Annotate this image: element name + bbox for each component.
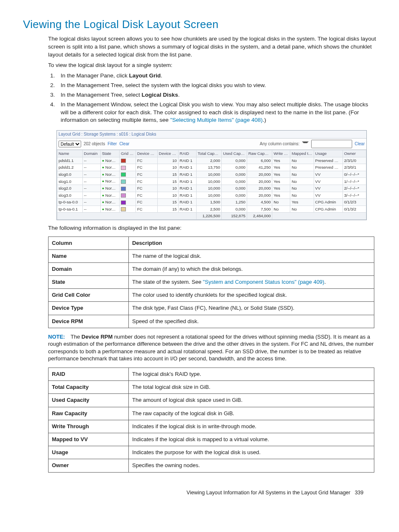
grid-header[interactable]: Mapped to VV bbox=[290, 150, 314, 157]
filter-input[interactable] bbox=[311, 140, 352, 148]
desc-col-name: Mapped to VV bbox=[49, 433, 129, 446]
grid-header[interactable]: Name bbox=[57, 150, 83, 157]
grid-header[interactable]: Device Type bbox=[136, 150, 157, 157]
step-1: In the Manager Pane, click Layout Grid. bbox=[56, 72, 376, 80]
desc-col-desc: The logical disk's RAID type. bbox=[129, 368, 374, 381]
state-desc-post: . bbox=[324, 279, 326, 285]
step-1-bold: Layout Grid bbox=[129, 72, 161, 79]
totals-total: 1,226,500 bbox=[196, 213, 222, 219]
table-row[interactable]: pdsld1.1--● NormalFC10RAID 12,0000,0006,… bbox=[57, 157, 366, 164]
breadcrumb: Layout Grid : Storage Systems : s016 : L… bbox=[57, 131, 366, 139]
desc-col-name: Grid Cell Color bbox=[49, 289, 129, 302]
any-column-label: Any column contains: bbox=[260, 141, 299, 147]
grid-header[interactable]: Used Capacity (GiB) bbox=[222, 150, 247, 157]
desc-col-name: Write Through bbox=[49, 420, 129, 433]
desc-col-name: Owner bbox=[49, 459, 129, 472]
desc-col-name: Raw Capacity bbox=[49, 407, 129, 420]
state-desc-pre: The state of the system. See bbox=[132, 279, 203, 285]
table-row[interactable]: slog1.0--● NormalFC15RAID 110,0000,00020… bbox=[57, 178, 366, 185]
totals-used: 152,875 bbox=[222, 213, 247, 219]
dropdown-icon[interactable] bbox=[302, 141, 309, 148]
desc-col-desc: Indicates if the logical disk is mapped … bbox=[129, 433, 374, 446]
note-block: NOTE: The Device RPM number does not rep… bbox=[48, 333, 374, 362]
desc-col-desc: Speed of the specified disk. bbox=[129, 315, 374, 328]
desc-col-name: Device RPM bbox=[49, 315, 129, 328]
step-4: In the Management Window, select the Log… bbox=[56, 101, 376, 125]
step-1-text: In the Manager Pane, click bbox=[61, 72, 129, 79]
desc-col-desc: Indicates the purpose for with the logic… bbox=[129, 446, 374, 459]
grid-header[interactable]: Raw Capacity (GiB) bbox=[247, 150, 272, 157]
step-3: In the Management Tree, select Logical D… bbox=[56, 91, 376, 99]
table-row[interactable]: pdsld1.2--● NormalFC10RAID 113,7500,0004… bbox=[57, 164, 366, 171]
note-bold: Device RPM bbox=[82, 334, 113, 340]
clear-link[interactable]: Clear bbox=[119, 141, 129, 147]
step-2: In the Management Tree, select the syste… bbox=[56, 82, 376, 90]
grid-header[interactable]: Grid Cell Color bbox=[120, 150, 136, 157]
footer-text: Viewing Layout Information for All Syste… bbox=[187, 490, 350, 496]
note-pre: The bbox=[71, 334, 82, 340]
listpane-intro: The following information is displayed i… bbox=[48, 224, 376, 232]
desc-col-desc: The color used to identify chunklets for… bbox=[129, 289, 374, 302]
desc-col-name: Device Type bbox=[49, 302, 129, 315]
desc-col-desc: Specifies the owning nodes. bbox=[129, 459, 374, 472]
column-description-table-2: RAIDThe logical disk's RAID type. Total … bbox=[48, 368, 374, 473]
grid-header[interactable]: Total Capacity (GiB) bbox=[196, 150, 222, 157]
desc-col-desc: The domain (if any) to which the disk be… bbox=[129, 262, 374, 275]
page-title: Viewing the Logical Disk Layout Screen bbox=[23, 17, 376, 32]
grid-header[interactable]: Domain bbox=[82, 150, 100, 157]
desc-col-desc: The raw capacity of the logical disk in … bbox=[129, 407, 374, 420]
view-dropdown[interactable]: Default bbox=[59, 141, 81, 147]
intro-paragraph: The logical disks layout screen allows y… bbox=[48, 35, 376, 59]
clear-link-2[interactable]: Clear bbox=[355, 141, 365, 147]
grid-header[interactable]: Owner bbox=[343, 150, 366, 157]
step-3-bold: Logical Disks bbox=[142, 92, 178, 98]
desc-col-desc: The state of the system. See "System and… bbox=[129, 276, 374, 289]
step-1-tail: . bbox=[161, 72, 162, 79]
state-desc-link[interactable]: "System and Component Status Icons" (pag… bbox=[203, 279, 324, 285]
column-description-table-1: Column Description NameThe name of the l… bbox=[48, 236, 374, 328]
desc-col-name: Total Capacity bbox=[49, 381, 129, 394]
grid-header[interactable]: RAID bbox=[178, 150, 196, 157]
step-4-tail: .) bbox=[263, 117, 266, 123]
note-label: NOTE: bbox=[48, 334, 65, 340]
step-4-link[interactable]: "Selecting Multiple Items" (page 408) bbox=[170, 117, 263, 123]
desc-col-name: Domain bbox=[49, 262, 129, 275]
desc-col-name: Name bbox=[49, 249, 129, 262]
filter-link[interactable]: Filter bbox=[107, 141, 117, 147]
grid-header[interactable]: Write Through bbox=[272, 150, 290, 157]
footer-page: 339 bbox=[355, 490, 363, 496]
table-row[interactable]: slog0.0--● NormalFC15RAID 110,0000,00020… bbox=[57, 171, 366, 178]
table-row[interactable]: tp-0-sa-0.0--● NormalFC15RAID 11,5001,25… bbox=[57, 199, 366, 206]
table-row[interactable]: slog3.0--● NormalFC10RAID 110,0000,00020… bbox=[57, 192, 366, 199]
grid-totals-row: 1,226,500 152,875 2,484,000 bbox=[57, 213, 366, 219]
totals-raw: 2,484,000 bbox=[247, 213, 272, 219]
desc-col-name: State bbox=[49, 276, 129, 289]
grid-header-row: Name Domain State Grid Cell Color Device… bbox=[57, 150, 366, 157]
desc-col-name: RAID bbox=[49, 368, 129, 381]
desc-col-desc: The disk type, Fast Class (FC), Nearline… bbox=[129, 302, 374, 315]
desc-header-col: Column bbox=[49, 236, 129, 249]
page-footer: Viewing Layout Information for All Syste… bbox=[23, 489, 363, 497]
app-screenshot: Layout Grid : Storage Systems : s016 : L… bbox=[56, 130, 367, 220]
steps-list: In the Manager Pane, click Layout Grid. … bbox=[48, 72, 376, 124]
grid-header[interactable]: Usage bbox=[314, 150, 343, 157]
desc-header-desc: Description bbox=[129, 236, 374, 249]
desc-col-desc: The name of the logical disk. bbox=[129, 249, 374, 262]
desc-col-desc: Indicates if the logical disk is in writ… bbox=[129, 420, 374, 433]
desc-col-desc: The amount of logical disk space used in… bbox=[129, 394, 374, 407]
logical-disks-grid[interactable]: Name Domain State Grid Cell Color Device… bbox=[57, 150, 366, 219]
table-row[interactable]: tp-0-sa-0.1--● NormalFC15RAID 12,5000,00… bbox=[57, 206, 366, 213]
grid-header[interactable]: State bbox=[100, 150, 119, 157]
object-count: 202 objects bbox=[84, 141, 105, 147]
to-view-line: To view the logical disk layout for a si… bbox=[48, 62, 376, 69]
step-3-tail: . bbox=[178, 92, 180, 98]
table-row[interactable]: slog2.0--● NormalFC10RAID 110,0000,00020… bbox=[57, 185, 366, 192]
desc-col-name: Used Capacity bbox=[49, 394, 129, 407]
desc-col-desc: The total logical disk size in GiB. bbox=[129, 381, 374, 394]
grid-header[interactable]: Device RPM (K) bbox=[157, 150, 178, 157]
desc-col-name: Usage bbox=[49, 446, 129, 459]
toolbar: Default 202 objects Filter Clear Any col… bbox=[57, 139, 366, 150]
step-3-text: In the Management Tree, select bbox=[61, 92, 142, 98]
